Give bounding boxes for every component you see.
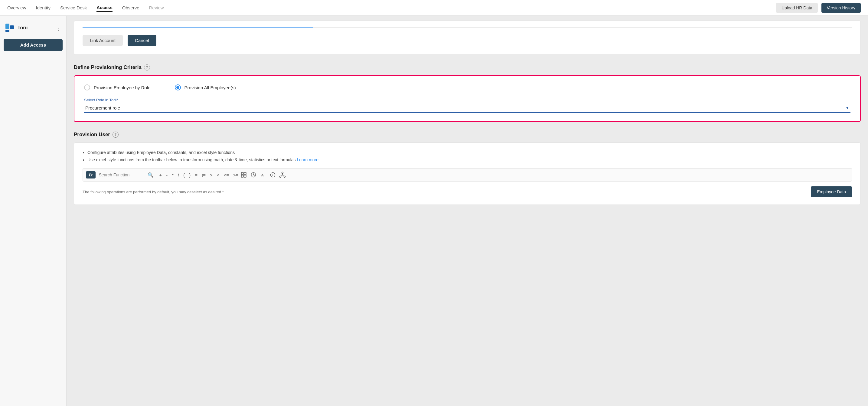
toolbar-op-gt[interactable]: > — [210, 173, 213, 178]
provision-by-role-option[interactable]: Provision Employee by Role — [84, 85, 151, 90]
select-role-value: Procurement role — [85, 105, 120, 111]
nav-actions: Upload HR Data Version History — [776, 3, 861, 13]
text-icon[interactable]: A — [258, 170, 268, 179]
select-role-section: Select Role in Torii* Procurement role ▼ — [84, 98, 850, 113]
top-navigation: Overview Identity Service Desk Access Ob… — [0, 0, 868, 16]
select-role-dropdown[interactable]: Procurement role ▼ — [84, 104, 850, 113]
grid-icon[interactable] — [239, 170, 248, 179]
progress-divider — [83, 27, 852, 28]
provision-all-employees-radio[interactable] — [175, 85, 181, 90]
provision-all-employees-option[interactable]: Provision All Employee(s) — [175, 85, 236, 90]
layout: Torii ⋮ Add Access Link Account Cancel D… — [0, 16, 868, 406]
provision-user-help-icon[interactable]: ? — [113, 132, 119, 138]
torii-logo — [5, 23, 14, 33]
sidebar-app-header: Torii ⋮ — [4, 21, 63, 37]
nav-access[interactable]: Access — [96, 4, 113, 12]
svg-rect-0 — [5, 24, 9, 29]
toolbar-op-lt[interactable]: < — [217, 173, 220, 178]
bullet-2: Use excel-style functions from the toolb… — [87, 157, 852, 162]
sidebar: Torii ⋮ Add Access — [0, 16, 66, 406]
svg-point-11 — [273, 174, 273, 174]
provision-user-bottom-row: The following operations are performed b… — [83, 186, 852, 197]
clock-icon[interactable] — [249, 170, 258, 179]
nav-review: Review — [149, 4, 164, 11]
toolbar-op-not-equals[interactable]: != — [202, 173, 206, 178]
criteria-options: Provision Employee by Role Provision All… — [84, 85, 850, 90]
toolbar-op-open-paren[interactable]: ( — [183, 173, 185, 178]
toolbar-op-lte[interactable]: <= — [223, 173, 229, 178]
provision-user-title: Provision User — [74, 132, 110, 138]
employee-data-button[interactable]: Employee Data — [811, 186, 852, 197]
nav-identity[interactable]: Identity — [36, 4, 51, 11]
search-icon[interactable]: 🔍 — [148, 172, 154, 178]
provision-user-header: Provision User ? — [74, 132, 861, 138]
svg-rect-3 — [241, 173, 244, 175]
toolbar-operators: + - * / ( ) = != > < <= >= — [159, 173, 238, 178]
learn-more-link[interactable]: Learn more — [297, 157, 319, 162]
fx-badge[interactable]: fx — [86, 171, 96, 179]
svg-rect-1 — [10, 25, 14, 29]
formula-toolbar: fx 🔍 + - * / ( ) = != > < <= >= — [83, 168, 852, 182]
nav-overview[interactable]: Overview — [7, 4, 26, 11]
version-history-button[interactable]: Version History — [822, 3, 861, 13]
provision-user-card: Configure attributes using Employee Data… — [74, 143, 861, 205]
network-icon[interactable] — [278, 170, 287, 179]
toolbar-op-minus[interactable]: - — [166, 173, 167, 178]
search-function-input[interactable] — [99, 173, 147, 177]
info-icon[interactable] — [268, 170, 277, 179]
bullet-1: Configure attributes using Employee Data… — [87, 150, 852, 155]
criteria-card: Provision Employee by Role Provision All… — [74, 75, 861, 122]
link-account-card: Link Account Cancel — [74, 21, 861, 55]
sidebar-app-name: Torii — [18, 25, 28, 31]
toolbar-op-close-paren[interactable]: ) — [189, 173, 190, 178]
toolbar-op-divide[interactable]: / — [178, 173, 179, 178]
toolbar-op-plus[interactable]: + — [159, 173, 162, 178]
define-provisioning-title: Define Provisioning Criteria — [74, 64, 142, 70]
cancel-button[interactable]: Cancel — [128, 35, 156, 46]
define-provisioning-header: Define Provisioning Criteria ? — [74, 64, 861, 70]
app-info: Torii — [5, 23, 28, 33]
upload-hr-data-button[interactable]: Upload HR Data — [776, 3, 818, 13]
add-access-button[interactable]: Add Access — [4, 39, 63, 51]
main-content: Link Account Cancel Define Provisioning … — [66, 16, 868, 406]
bottom-operations-text: The following operations are performed b… — [83, 190, 224, 194]
toolbar-op-gte[interactable]: >= — [233, 173, 239, 178]
select-role-label: Select Role in Torii* — [84, 98, 850, 102]
provision-all-employees-label: Provision All Employee(s) — [185, 85, 236, 90]
provision-user-bullets: Configure attributes using Employee Data… — [83, 150, 852, 162]
provision-by-role-radio[interactable] — [84, 85, 90, 90]
svg-rect-6 — [244, 175, 246, 177]
toolbar-op-equals[interactable]: = — [195, 173, 197, 178]
link-account-button[interactable]: Link Account — [83, 35, 123, 46]
svg-rect-5 — [241, 175, 244, 177]
link-account-actions: Link Account Cancel — [83, 35, 852, 46]
more-options-icon[interactable]: ⋮ — [55, 24, 61, 31]
svg-text:A: A — [261, 173, 264, 177]
provision-by-role-label: Provision Employee by Role — [94, 85, 151, 90]
svg-rect-4 — [244, 173, 246, 175]
toolbar-op-multiply[interactable]: * — [172, 173, 174, 178]
nav-service-desk[interactable]: Service Desk — [60, 4, 87, 11]
define-provisioning-help-icon[interactable]: ? — [144, 64, 150, 70]
nav-observe[interactable]: Observe — [122, 4, 140, 11]
nav-links: Overview Identity Service Desk Access Ob… — [7, 4, 164, 12]
dropdown-arrow-icon: ▼ — [845, 105, 849, 110]
svg-rect-2 — [5, 30, 9, 32]
